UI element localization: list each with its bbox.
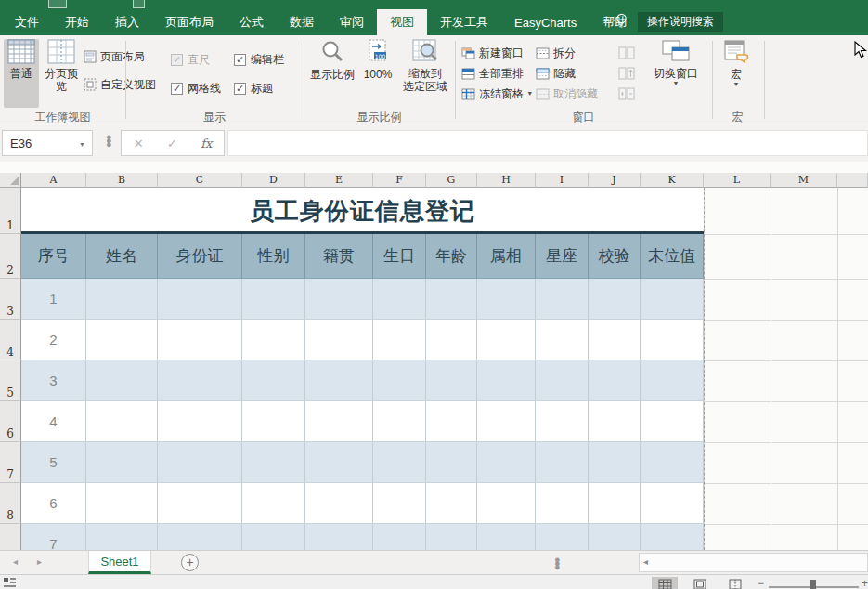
data-cell[interactable] [373, 320, 426, 360]
column-header-K[interactable]: K [641, 173, 704, 188]
column-header-E[interactable]: E [305, 173, 373, 188]
data-cell[interactable] [305, 360, 373, 400]
zoom-100-button[interactable]: 100 100% [359, 39, 396, 108]
data-cell[interactable] [373, 401, 426, 441]
table-header-cell-校验[interactable]: 校验 [589, 234, 641, 279]
data-cell[interactable] [373, 524, 426, 550]
data-cell[interactable] [305, 524, 373, 550]
data-cell[interactable] [589, 360, 641, 400]
data-cell[interactable] [158, 524, 242, 550]
arrange-all-button[interactable]: 全部重排 [461, 64, 524, 83]
quick-access-undo-icon[interactable] [133, 0, 145, 8]
column-header-L[interactable]: L [704, 173, 771, 188]
serial-cell[interactable]: 2 [21, 320, 86, 360]
serial-cell[interactable]: 7 [21, 524, 86, 550]
data-cell[interactable] [305, 483, 373, 523]
data-cell[interactable] [305, 401, 373, 441]
ribbon-tab-公式[interactable]: 公式 [227, 9, 277, 35]
row-header-7[interactable]: 7 [0, 442, 21, 483]
data-cell[interactable] [86, 279, 158, 319]
data-cell[interactable] [426, 320, 477, 360]
data-cell[interactable] [86, 401, 158, 441]
new-window-button[interactable]: 新建窗口 [461, 44, 524, 62]
row-header-5[interactable]: 5 [0, 360, 21, 401]
data-cell[interactable] [86, 442, 158, 482]
data-cell[interactable] [86, 320, 158, 360]
ribbon-tab-页面布局[interactable]: 页面布局 [152, 9, 227, 35]
headings-checkbox[interactable]: ✓ 标题 [234, 81, 273, 97]
column-header-J[interactable]: J [589, 173, 641, 188]
data-cell[interactable] [641, 279, 704, 319]
split-button[interactable]: 拆分 [536, 44, 576, 62]
serial-cell[interactable]: 3 [21, 360, 86, 400]
reset-window-position-button[interactable] [618, 85, 639, 103]
ribbon-tab-文件[interactable]: 文件 [2, 9, 52, 35]
data-cell[interactable] [641, 320, 704, 360]
data-cell[interactable] [305, 442, 373, 482]
data-cell[interactable] [86, 483, 158, 523]
data-cell[interactable] [158, 442, 242, 482]
data-cell[interactable] [158, 360, 242, 400]
data-cell[interactable] [477, 483, 536, 523]
data-cell[interactable] [426, 483, 477, 523]
zoom-slider-thumb[interactable] [810, 580, 816, 589]
tabbar-resize-handle[interactable]: ●●● [554, 557, 561, 569]
switch-windows-button[interactable]: 切换窗口 ▼ [644, 39, 707, 108]
ribbon-tab-开发工具[interactable]: 开发工具 [427, 9, 501, 35]
data-cell[interactable] [641, 360, 704, 400]
data-cell[interactable] [641, 401, 704, 441]
data-cell[interactable] [373, 483, 426, 523]
column-header-B[interactable]: B [86, 173, 158, 188]
data-cell[interactable] [305, 279, 373, 319]
formula-input[interactable] [227, 130, 868, 156]
data-cell[interactable] [158, 320, 242, 360]
row-header-8[interactable]: 8 [0, 483, 21, 524]
column-header-D[interactable]: D [242, 173, 305, 188]
data-cell[interactable] [426, 401, 477, 441]
data-cell[interactable] [536, 320, 589, 360]
table-header-cell-性别[interactable]: 性别 [242, 234, 305, 279]
data-cell[interactable] [158, 483, 242, 523]
data-cell[interactable] [242, 524, 305, 550]
row-header-1[interactable]: 1 [0, 188, 21, 234]
data-cell[interactable] [536, 401, 589, 441]
data-cell[interactable] [477, 320, 536, 360]
data-cell[interactable] [373, 279, 426, 319]
title-cell[interactable]: 员工身份证信息登记 [21, 188, 704, 234]
row-header-3[interactable]: 3 [0, 279, 21, 320]
column-header-C[interactable]: C [158, 173, 242, 188]
column-header-M[interactable]: M [771, 173, 837, 188]
data-cell[interactable] [641, 483, 704, 523]
view-side-by-side-button[interactable] [618, 44, 639, 62]
data-cell[interactable] [589, 401, 641, 441]
name-box[interactable]: E36 ▼ [2, 130, 93, 156]
sheet-tab-sheet1[interactable]: Sheet1 [88, 551, 151, 574]
zoom-out-icon[interactable]: − [758, 578, 764, 589]
data-cell[interactable] [426, 279, 477, 319]
tell-me-search[interactable]: 操作说明搜索 [638, 12, 723, 32]
data-cell[interactable] [477, 360, 536, 400]
data-cell[interactable] [426, 524, 477, 550]
data-cell[interactable] [242, 360, 305, 400]
data-cell[interactable] [536, 524, 589, 550]
data-cell[interactable] [242, 401, 305, 441]
table-header-cell-末位值[interactable]: 末位值 [641, 234, 704, 279]
table-header-cell-年龄[interactable]: 年龄 [426, 234, 477, 279]
ribbon-tab-视图[interactable]: 视图 [377, 9, 427, 35]
enter-icon[interactable]: ✓ [167, 137, 177, 151]
formula-bar-checkbox[interactable]: ✓ 编辑栏 [234, 52, 284, 68]
quick-access-save-icon[interactable] [48, 0, 67, 8]
page-break-status-button[interactable] [722, 577, 748, 589]
serial-cell[interactable]: 6 [21, 483, 86, 523]
ribbon-tab-数据[interactable]: 数据 [277, 9, 327, 35]
insert-function-icon[interactable]: fx [201, 137, 212, 151]
new-sheet-button[interactable]: + [181, 554, 199, 571]
data-cell[interactable] [589, 279, 641, 319]
data-cell[interactable] [536, 279, 589, 319]
column-header-partial[interactable] [837, 173, 868, 188]
hide-button[interactable]: 隐藏 [536, 64, 576, 83]
table-header-cell-身份证[interactable]: 身份证 [158, 234, 242, 279]
ribbon-tab-EasyCharts[interactable]: EasyCharts [501, 9, 589, 35]
data-cell[interactable] [242, 279, 305, 319]
data-cell[interactable] [589, 483, 641, 523]
